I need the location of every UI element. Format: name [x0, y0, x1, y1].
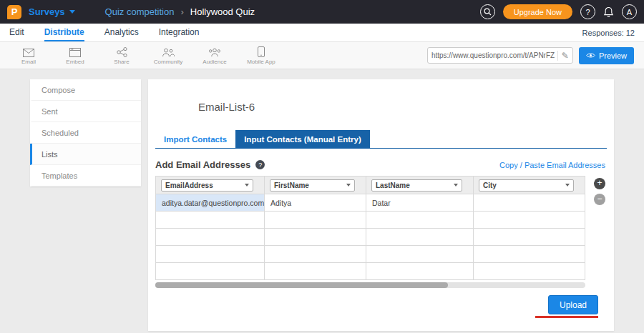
cell-lastname[interactable] [366, 246, 474, 263]
upload-row: Upload [148, 295, 598, 318]
tool-email[interactable]: Email [10, 46, 47, 65]
table-row [156, 212, 585, 229]
contacts-grid-wrap: EmailAddress FirstName LastName City adi… [155, 176, 585, 280]
eye-icon [586, 52, 595, 59]
preview-button[interactable]: Preview [579, 47, 634, 64]
tool-embed[interactable]: Embed [57, 46, 94, 65]
cell-email[interactable] [156, 263, 265, 280]
table-row [156, 246, 585, 263]
tab-input-contacts-manual[interactable]: Input Contacts (Manual Entry) [235, 130, 370, 148]
cell-lastname[interactable] [366, 229, 474, 246]
column-select-lastname[interactable]: LastName [371, 179, 462, 192]
cell-email[interactable] [156, 212, 265, 229]
cell-city[interactable] [474, 246, 585, 263]
cell-city[interactable] [474, 194, 585, 212]
cell-city[interactable] [474, 212, 585, 229]
survey-url-box: ✎ [427, 47, 573, 64]
remove-row-button[interactable]: − [594, 194, 605, 205]
avatar-letter: A [627, 8, 632, 16]
toolbar-right: ✎ Preview [427, 47, 634, 64]
cell-email[interactable] [156, 229, 265, 246]
avatar[interactable]: A [622, 4, 637, 19]
column-select-label: FirstName [274, 182, 309, 189]
add-row-button[interactable]: + [594, 178, 605, 189]
cell-lastname[interactable] [366, 212, 474, 229]
nav-analytics[interactable]: Analytics [104, 24, 139, 41]
sidebar-item-sent[interactable]: Sent [30, 101, 141, 122]
logo-letter: P [11, 6, 18, 17]
tool-audience[interactable]: Audience [196, 46, 233, 65]
chevron-down-icon [245, 184, 249, 187]
edit-icon[interactable]: ✎ [557, 51, 569, 61]
nav-integration[interactable]: Integration [159, 24, 200, 41]
app-root: P Surveys Quiz competition › Hollywood Q… [0, 0, 644, 331]
help-icon[interactable]: ? [255, 160, 265, 169]
questionpro-logo[interactable]: P [7, 5, 21, 19]
scrollbar-thumb[interactable] [155, 282, 448, 288]
column-select-emailaddress[interactable]: EmailAddress [161, 179, 253, 192]
list-title: Email-List-6 [148, 79, 614, 113]
nav-distribute[interactable]: Distribute [44, 24, 84, 41]
column-select-firstname[interactable]: FirstName [270, 179, 355, 192]
cell-lastname[interactable]: Datar [366, 194, 474, 212]
cell-email[interactable]: aditya.datar@questionpro.com [156, 194, 265, 212]
bell-icon [603, 6, 614, 18]
cell-lastname[interactable] [366, 263, 474, 280]
search-button[interactable] [480, 4, 495, 19]
horizontal-scrollbar[interactable] [155, 282, 585, 288]
chevron-down-icon [454, 184, 458, 187]
distribute-toolbar: Email Embed Share Community Audience [0, 42, 644, 69]
responses-count: Responses: 12 [582, 29, 635, 37]
mobile-app-icon [258, 46, 265, 57]
section-title: Add Email Addresses [155, 159, 250, 170]
embed-icon [69, 46, 81, 57]
chevron-down-icon [69, 10, 75, 14]
cell-firstname[interactable] [265, 246, 366, 263]
topbar: P Surveys Quiz competition › Hollywood Q… [0, 0, 644, 24]
notifications-button[interactable] [603, 6, 614, 18]
table-header-row: EmailAddress FirstName LastName City [156, 177, 585, 194]
tool-label: Email [21, 59, 36, 65]
cell-city[interactable] [474, 263, 585, 280]
tool-label: Share [114, 59, 129, 65]
cell-firstname[interactable] [265, 212, 366, 229]
column-select-label: EmailAddress [165, 182, 213, 189]
sidebar-item-scheduled[interactable]: Scheduled [30, 122, 141, 144]
sidebar-item-lists[interactable]: Lists [30, 144, 141, 165]
audience-icon [208, 46, 221, 57]
cell-firstname[interactable] [265, 229, 366, 246]
breadcrumb-parent[interactable]: Quiz competition [105, 6, 175, 17]
upload-button[interactable]: Upload [548, 295, 598, 314]
survey-url-input[interactable] [431, 51, 557, 59]
table-row [156, 263, 585, 280]
column-select-city[interactable]: City [479, 179, 574, 192]
row-buttons: + − [594, 178, 605, 205]
cell-firstname[interactable] [265, 263, 366, 280]
content: Compose Sent Scheduled Lists Templates E… [0, 69, 644, 331]
upgrade-button[interactable]: Upgrade Now [503, 4, 572, 19]
cell-firstname[interactable]: Aditya [265, 194, 366, 212]
tool-mobile-app[interactable]: Mobile App [243, 46, 280, 65]
copy-paste-link[interactable]: Copy / Paste Email Addresses [499, 161, 605, 169]
tab-import-contacts[interactable]: Import Contacts [155, 130, 235, 148]
sidebar-item-compose[interactable]: Compose [30, 79, 141, 101]
nav-edit[interactable]: Edit [9, 24, 24, 41]
surveys-label: Surveys [29, 6, 65, 17]
sidebar-item-templates[interactable]: Templates [30, 165, 141, 187]
search-icon [484, 8, 492, 16]
topbar-actions: Upgrade Now ? A [480, 4, 637, 19]
tool-label: Embed [66, 59, 84, 65]
table-row [156, 229, 585, 246]
tool-share[interactable]: Share [103, 46, 140, 65]
chevron-down-icon [346, 184, 351, 187]
surveys-dropdown[interactable]: Surveys [29, 6, 75, 17]
email-icon [23, 46, 34, 57]
tool-community[interactable]: Community [150, 46, 187, 65]
cell-email[interactable] [156, 246, 265, 263]
contacts-table: EmailAddress FirstName LastName City adi… [155, 176, 585, 280]
cell-city[interactable] [474, 229, 585, 246]
table-row: aditya.datar@questionpro.com Aditya Data… [156, 194, 585, 212]
help-symbol: ? [585, 8, 590, 16]
help-button[interactable]: ? [580, 4, 595, 19]
survey-nav: Edit Distribute Analytics Integration Re… [0, 24, 644, 42]
